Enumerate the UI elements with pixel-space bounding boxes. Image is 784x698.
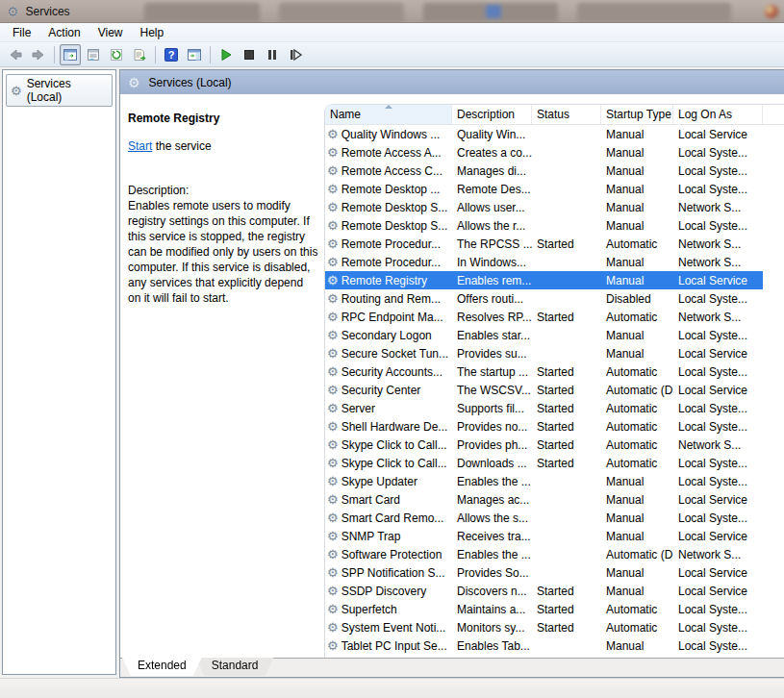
tab-extended[interactable]: Extended (122, 658, 202, 676)
service-gear-icon: ⚙ (327, 493, 339, 506)
service-startup-type-cell: Manual (601, 563, 673, 582)
table-row[interactable]: ⚙SNMP TrapReceives tra...ManualLocal Ser… (325, 527, 763, 545)
tree-item-services-local[interactable]: ⚙ Services (Local) (6, 74, 113, 107)
service-status-cell: Started (532, 381, 601, 399)
service-name-cell: ⚙Security Center (325, 381, 452, 399)
service-log-on-as-cell: Local Syste... (673, 162, 763, 180)
table-row[interactable]: ⚙Remote Desktop S...Allows user...Manual… (325, 198, 763, 216)
menu-action[interactable]: Action (39, 24, 89, 41)
column-header-status[interactable]: Status (532, 105, 601, 124)
service-startup-type-cell: Manual (601, 472, 673, 490)
table-row[interactable]: ⚙Security CenterThe WSCSV...StartedAutom… (325, 381, 763, 399)
service-name-cell: ⚙Remote Procedur... (325, 253, 452, 271)
column-header-description[interactable]: Description (452, 105, 532, 124)
services-gear-icon: ⚙ (11, 85, 22, 97)
service-gear-icon: ⚙ (327, 384, 339, 396)
service-description-cell: Provides su... (452, 344, 532, 362)
extended-detail-pane: Remote Registry Start the service Descri… (120, 94, 324, 658)
window-bottom-border (0, 678, 784, 698)
service-description-cell: Monitors sy... (452, 618, 532, 636)
stop-service-button[interactable] (239, 44, 260, 65)
service-log-on-as-cell: Network S... (673, 308, 763, 326)
service-action-suffix: the service (152, 139, 211, 153)
menu-help[interactable]: Help (132, 24, 173, 41)
column-header-log-on-as[interactable]: Log On As (673, 105, 763, 124)
service-status-cell (532, 326, 601, 344)
service-log-on-as-cell: Network S... (673, 545, 763, 563)
service-status-cell (532, 271, 601, 289)
refresh-button[interactable] (106, 44, 127, 65)
start-service-link[interactable]: Start (128, 139, 152, 153)
service-startup-type-cell: Manual (601, 490, 673, 509)
service-description-cell: Supports fil... (452, 399, 532, 417)
menu-view[interactable]: View (89, 24, 132, 41)
table-row[interactable]: ⚙Tablet PC Input Se...Enables Tab...Manu… (325, 636, 763, 655)
column-header-startup-type[interactable]: Startup Type (601, 105, 673, 124)
table-row[interactable]: ⚙Remote Desktop S...Allows the r...Manua… (325, 216, 763, 235)
service-name-cell: ⚙Remote Access A... (325, 143, 452, 162)
table-row[interactable]: ⚙Skype Click to Call...Downloads ...Star… (325, 454, 763, 472)
view-tab-strip: Extended Standard (120, 658, 784, 677)
table-row[interactable]: ⚙Quality Windows ...Quality Win...Manual… (325, 125, 763, 143)
service-gear-icon: ⚙ (327, 603, 339, 615)
table-row[interactable]: ⚙Remote Access A...Creates a co...Manual… (325, 143, 763, 162)
service-gear-icon: ⚙ (327, 256, 339, 268)
table-row[interactable]: ⚙Remote Procedur...In Windows...ManualNe… (325, 253, 763, 271)
table-row[interactable]: ⚙Shell Hardware De...Provides no...Start… (325, 417, 763, 436)
table-row[interactable]: ⚙SPP Notification S...Provides So...Manu… (325, 563, 763, 582)
pause-service-button[interactable] (262, 44, 283, 65)
table-row[interactable]: ⚙Skype UpdaterEnables the ...ManualLocal… (325, 472, 763, 490)
table-row[interactable]: ⚙Skype Click to Call...Provides ph...Sta… (325, 436, 763, 454)
start-service-button[interactable] (215, 44, 237, 65)
table-row[interactable]: ⚙Smart Card Remo...Allows the s...Manual… (325, 509, 763, 527)
table-row[interactable]: ⚙Routing and Rem...Offers routi...Disabl… (325, 289, 763, 308)
column-header-empty (763, 105, 784, 124)
title-bar[interactable]: ⚙ Services (0, 0, 784, 23)
table-row[interactable]: ⚙Security Accounts...The startup ...Star… (325, 362, 763, 381)
table-row[interactable]: ⚙Remote Desktop ...Remote Des...ManualLo… (325, 180, 763, 198)
service-description-cell: Manages di... (452, 162, 532, 180)
menu-file[interactable]: File (4, 24, 39, 41)
list-header: Name Description Status Startup Type Log… (325, 105, 784, 125)
table-row[interactable]: ⚙System Event Noti...Monitors sy...Start… (325, 618, 763, 636)
services-window: ⚙ Services File Action View Help (0, 0, 784, 698)
show-action-pane-button[interactable] (184, 44, 205, 65)
table-row[interactable]: ⚙SuperfetchMaintains a...StartedAutomati… (325, 600, 763, 618)
service-description-cell: Enables Tab... (452, 636, 532, 655)
service-gear-icon: ⚙ (327, 585, 339, 597)
table-row[interactable]: ⚙Remote RegistryEnables rem...ManualLoca… (325, 271, 763, 289)
table-row[interactable]: ⚙Remote Access C...Manages di...ManualLo… (325, 162, 763, 180)
service-log-on-as-cell: Local Service (673, 381, 763, 399)
service-startup-type-cell: Automatic (601, 235, 673, 253)
table-row[interactable]: ⚙RPC Endpoint Ma...Resolves RP...Started… (325, 308, 763, 326)
service-name-cell: ⚙Shell Hardware De... (325, 417, 452, 436)
table-row[interactable]: ⚙SSDP DiscoveryDiscovers n...StartedManu… (325, 582, 763, 600)
table-row[interactable]: ⚙Smart CardManages ac...ManualLocal Serv… (325, 490, 763, 509)
back-button[interactable] (5, 44, 26, 65)
restart-service-button[interactable] (285, 44, 306, 65)
service-log-on-as-cell: Local Service (673, 582, 763, 600)
service-gear-icon: ⚙ (327, 438, 339, 451)
service-status-cell (532, 636, 601, 655)
service-startup-type-cell: Manual (601, 253, 673, 271)
table-row[interactable]: ⚙Secure Socket Tun...Provides su...Manua… (325, 344, 763, 362)
help-button[interactable]: ? (161, 44, 182, 65)
service-gear-icon: ⚙ (327, 183, 339, 195)
table-row[interactable]: ⚙Software ProtectionEnables the ...Autom… (325, 545, 763, 563)
table-row[interactable]: ⚙Secondary LogonEnables star...ManualLoc… (325, 326, 763, 344)
service-name-cell: ⚙Superfetch (325, 600, 452, 618)
export-list-button[interactable] (129, 44, 150, 65)
tab-standard[interactable]: Standard (196, 658, 274, 676)
service-status-cell: Started (532, 417, 601, 436)
service-status-cell (532, 143, 601, 162)
service-startup-type-cell: Manual (601, 125, 673, 143)
table-row[interactable]: ⚙Remote Procedur...The RPCSS ...StartedA… (325, 235, 763, 253)
service-status-cell: Started (532, 235, 601, 253)
show-console-tree-button[interactable] (60, 44, 81, 65)
table-row[interactable]: ⚙ServerSupports fil...StartedAutomaticLo… (325, 399, 763, 417)
service-gear-icon: ⚙ (327, 475, 339, 487)
properties-button[interactable] (83, 44, 104, 65)
service-gear-icon: ⚙ (327, 274, 339, 287)
column-header-name[interactable]: Name (325, 105, 452, 124)
forward-button[interactable] (28, 44, 49, 65)
